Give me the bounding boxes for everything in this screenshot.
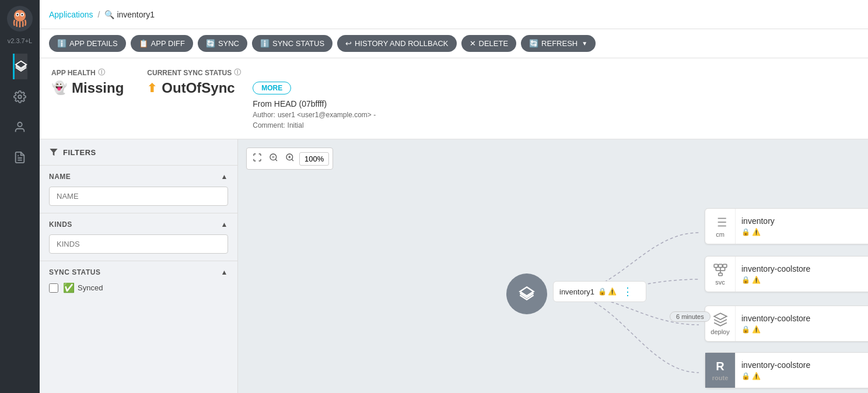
lock-icon-deploy: 🔒 bbox=[741, 325, 750, 334]
filters-header: FILTERS bbox=[40, 139, 237, 165]
sidebar-item-user[interactable] bbox=[13, 114, 27, 140]
delete-icon: ✕ bbox=[470, 39, 476, 48]
lock-icon-svc: 🔒 bbox=[741, 276, 750, 284]
layers-icon bbox=[15, 60, 27, 73]
graph-area: 100% bbox=[238, 139, 868, 393]
svg-rect-27 bbox=[718, 264, 722, 267]
svg-line-13 bbox=[275, 159, 277, 161]
action-bar: ℹ️ APP DETAILS 📋 APP DIFF 🔄 SYNC ℹ️ SYNC… bbox=[40, 29, 868, 58]
svc-label: svc bbox=[715, 279, 725, 286]
route-initial: R bbox=[716, 360, 724, 373]
zoom-level: 100% bbox=[299, 152, 329, 166]
deploy-label: deploy bbox=[710, 328, 729, 335]
refresh-icon: 🔄 bbox=[529, 39, 538, 48]
kinds-collapse-icon: ▲ bbox=[221, 220, 228, 229]
svg-line-16 bbox=[292, 159, 293, 161]
deployment-icon bbox=[713, 312, 728, 327]
warning-icon-deploy: ⚠️ bbox=[752, 325, 761, 334]
resource-badges-svc: 🔒 ⚠️ bbox=[741, 276, 859, 284]
synced-check-icon: ✅ bbox=[63, 282, 75, 293]
lock-icon-route: 🔒 bbox=[741, 372, 750, 380]
sync-icon: 🔄 bbox=[206, 39, 215, 48]
resource-more-inventory[interactable]: ⋮ bbox=[865, 215, 868, 237]
configmap-icon bbox=[713, 215, 728, 230]
name-filter-header[interactable]: NAME ▲ bbox=[49, 173, 228, 181]
sync-up-icon: ⬆ bbox=[147, 81, 157, 95]
sync-author: Author: user1 <user1@example.com> - bbox=[253, 111, 376, 119]
app-layers-icon bbox=[519, 286, 535, 302]
topbar: Applications / 🔍 inventory1 bbox=[40, 0, 868, 29]
resource-badges-inventory: 🔒 ⚠️ bbox=[741, 228, 859, 236]
resource-card-inventory[interactable]: cm inventory 🔒 ⚠️ ⋮ bbox=[705, 208, 868, 244]
breadcrumb-current: 🔍 inventory1 bbox=[104, 10, 155, 19]
svg-rect-34 bbox=[718, 273, 722, 275]
resource-card-deploy[interactable]: deploy inventory-coolstore 🔒 ⚠️ ⋮ bbox=[705, 306, 868, 342]
synced-badge: ✅ Synced bbox=[63, 282, 103, 293]
more-button[interactable]: MORE bbox=[253, 82, 291, 94]
history-rollback-button[interactable]: ↩ HISTORY AND ROLLBACK bbox=[337, 35, 456, 52]
resource-card-route[interactable]: R route inventory-coolstore 🔒 ⚠️ ⋮ bbox=[705, 352, 868, 388]
health-info-icon[interactable]: ⓘ bbox=[98, 68, 105, 78]
resource-card-svc[interactable]: svc inventory-coolstore 🔒 ⚠️ ⋮ bbox=[705, 256, 868, 292]
svg-point-1 bbox=[14, 10, 26, 22]
sidebar: v2.3.7+L bbox=[0, 0, 40, 393]
app-status-bar: APP HEALTH ⓘ 👻 Missing CURRENT SYNC STAT… bbox=[40, 58, 868, 139]
app-node-more[interactable]: ⋮ bbox=[622, 285, 633, 298]
health-section: APP HEALTH ⓘ 👻 Missing bbox=[51, 68, 124, 96]
delete-button[interactable]: ✕ DELETE bbox=[461, 35, 517, 52]
zoom-in-button[interactable] bbox=[283, 150, 297, 167]
sync-button[interactable]: 🔄 SYNC bbox=[198, 35, 247, 52]
logo[interactable] bbox=[7, 6, 33, 34]
content-area: FILTERS NAME ▲ KINDS ▲ bbox=[40, 139, 868, 393]
zoom-in-icon bbox=[285, 153, 295, 162]
kinds-filter-input[interactable] bbox=[49, 234, 228, 254]
app-node-icons: 🔒 ⚠️ bbox=[598, 287, 617, 296]
kinds-filter-section: KINDS ▲ bbox=[40, 213, 237, 261]
resource-card-content-inventory: inventory 🔒 ⚠️ bbox=[736, 212, 865, 241]
refresh-button[interactable]: 🔄 REFRESH ▼ bbox=[521, 35, 596, 52]
sidebar-item-settings[interactable] bbox=[13, 84, 27, 110]
synced-option[interactable]: ✅ Synced bbox=[49, 282, 228, 293]
resource-more-route[interactable]: ⋮ bbox=[865, 359, 868, 381]
sidebar-item-layers[interactable] bbox=[13, 54, 27, 79]
sync-status-filter-header[interactable]: SYNC STATUS ▲ bbox=[49, 268, 228, 276]
resource-more-deploy[interactable]: ⋮ bbox=[865, 313, 868, 335]
svg-rect-28 bbox=[723, 264, 727, 267]
main-app-node[interactable] bbox=[506, 273, 547, 314]
sync-info-icon[interactable]: ⓘ bbox=[234, 68, 241, 78]
app-node-label[interactable]: inventory1 🔒 ⚠️ ⋮ bbox=[553, 281, 646, 302]
sidebar-navigation bbox=[13, 54, 27, 387]
warning-icon-svc: ⚠️ bbox=[752, 276, 761, 284]
fit-screen-button[interactable] bbox=[250, 150, 264, 167]
app-diff-button[interactable]: 📋 APP DIFF bbox=[131, 35, 193, 52]
search-icon-breadcrumb: 🔍 bbox=[104, 10, 114, 19]
resource-name-inventory: inventory bbox=[741, 216, 859, 226]
resource-badges-deploy: 🔒 ⚠️ bbox=[741, 325, 859, 334]
info-icon: ℹ️ bbox=[57, 39, 66, 48]
kinds-filter-header[interactable]: KINDS ▲ bbox=[49, 220, 228, 229]
name-filter-input[interactable] bbox=[49, 187, 228, 206]
sync-status-filter-section: SYNC STATUS ▲ ✅ Synced bbox=[40, 261, 237, 300]
settings-icon bbox=[13, 90, 26, 103]
resource-card-content-deploy: inventory-coolstore 🔒 ⚠️ bbox=[736, 309, 865, 338]
cm-label: cm bbox=[716, 231, 724, 238]
breadcrumb-separator: / bbox=[98, 10, 100, 19]
breadcrumb-parent[interactable]: Applications bbox=[49, 10, 93, 19]
resource-more-svc[interactable]: ⋮ bbox=[865, 263, 868, 285]
synced-checkbox[interactable] bbox=[49, 283, 58, 293]
sidebar-item-docs[interactable] bbox=[13, 145, 27, 170]
resource-card-content-route: inventory-coolstore 🔒 ⚠️ bbox=[736, 356, 865, 385]
resource-icon-route: R route bbox=[705, 353, 736, 388]
svg-rect-26 bbox=[714, 264, 718, 267]
zoom-out-button[interactable] bbox=[267, 150, 281, 167]
ghost-icon: 👻 bbox=[51, 80, 67, 96]
history-icon: ↩ bbox=[345, 39, 352, 48]
resource-icon-svc: svc bbox=[705, 257, 736, 292]
sync-status-button[interactable]: ℹ️ SYNC STATUS bbox=[252, 35, 332, 52]
health-label: APP HEALTH ⓘ bbox=[51, 68, 124, 78]
sync-status-section: CURRENT SYNC STATUS ⓘ ⬆ OutOfSync bbox=[147, 68, 241, 96]
sync-comment: Comment: Initial bbox=[253, 121, 376, 129]
resource-icon-cm: cm bbox=[705, 209, 736, 244]
app-details-button[interactable]: ℹ️ APP DETAILS bbox=[49, 35, 126, 52]
resource-name-route: inventory-coolstore bbox=[741, 360, 859, 370]
